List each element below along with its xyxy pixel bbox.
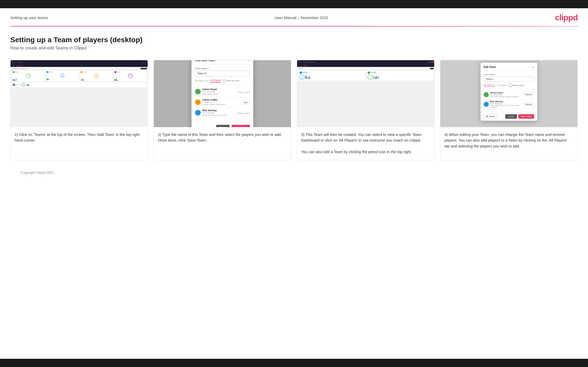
cards-row: Home My Portfolio Add Team Teams My Perf… — [10, 60, 578, 160]
header-section-label: Setting up your teams — [10, 15, 48, 20]
modal-player-avatar-2: AC — [195, 99, 201, 105]
card-3-screenshot: clippd Home Teams My Performance — [297, 60, 434, 127]
header-manual-title: User Manual – November 2022 — [275, 15, 328, 20]
modal-add-player-2-button[interactable]: Add — [241, 100, 250, 105]
card-2: Add New Team × Team Name * My Team (2) A… — [154, 60, 291, 160]
modal-filter-by-name: Filter by name — [223, 80, 239, 82]
ss3-player-2: Richard Butler 5 Handicap · The Club 72 — [366, 70, 433, 81]
ss1-player-3: Dave Billingham 5.6 Handicap 194 — [80, 70, 113, 82]
edit-delete-button[interactable]: 🗑 Delete — [484, 114, 497, 119]
edit-remove-player-2-button[interactable]: Remove — [523, 103, 534, 106]
modal-cancel-button[interactable]: Cancel — [216, 125, 230, 127]
card-4: Edit Team × Team Name * My Team (2) All … — [440, 60, 578, 160]
modal-tabs: My Team (2) All Players Filter by name — [195, 79, 250, 84]
edit-modal-tabs: My Team (2) All Players Filter by name — [484, 84, 534, 89]
modal-save-button[interactable]: Save Team — [232, 125, 250, 127]
header-logo: clippd — [555, 13, 578, 22]
card-3-text: 3) This Team will then be created. You c… — [297, 127, 434, 160]
modal-player-avatar-3: BM — [195, 110, 201, 116]
ss1-player-4: Dave Billingham 5 Handicap 78 — [114, 70, 147, 82]
edit-player-avatar-1: AP — [484, 92, 489, 97]
modal-tab-all-players[interactable]: All Players — [210, 79, 221, 83]
page-subtitle: How to create and edit Teams in Clippd — [10, 46, 578, 51]
edit-player-avatar-2: BM — [484, 102, 489, 107]
modal-body: Team Name * My Team (2) All Players Filt… — [191, 65, 253, 123]
card-1: Home My Portfolio Add Team Teams My Perf… — [10, 60, 148, 160]
edit-modal-filter: Filter by name — [509, 84, 524, 87]
card-4-text: 4) When editing your Team, you can chang… — [440, 127, 577, 160]
edit-modal-tab-my-team[interactable]: My Team (2) — [484, 84, 495, 87]
page-content: Setting up a Team of players (desktop) H… — [0, 27, 588, 189]
copyright: Copyright Clippd 2021 — [21, 171, 54, 174]
edit-modal-team-name-label: Team Name * — [484, 73, 534, 76]
card-2-screenshot: Add New Team × Team Name * My Team (2) A… — [154, 60, 291, 127]
modal-player-name-1: Adrian Player — [202, 88, 236, 91]
bottom-bar — [0, 359, 588, 367]
modal-player-name-4: Dave Billingham — [202, 120, 240, 120]
edit-modal-body: Team Name * My Team (2) All Players Filt… — [481, 71, 537, 112]
card-1-screenshot: Home My Portfolio Add Team Teams My Perf… — [11, 60, 148, 127]
modal-player-name-2: Adrian Coliba — [202, 99, 240, 101]
modal-player-list: AP Adrian Player Plus Handicap The Shine… — [195, 86, 250, 120]
edit-player-item-2: BM Blair McHarg Plus Handicap Royal Nort… — [484, 99, 534, 110]
edit-modal-footer: 🗑 Delete Cancel Save Team — [481, 112, 537, 121]
edit-modal-team-name-input[interactable] — [484, 76, 534, 82]
modal-header: Add New Team × — [191, 60, 253, 65]
modal-footer: Cancel Save Team — [191, 123, 253, 127]
edit-remove-player-1-button[interactable]: Remove — [523, 93, 534, 96]
modal-player-avatar-1: AP — [195, 89, 201, 94]
modal-player-item-2: AC Adrian Coliba 1 Handicap Central Lond… — [195, 97, 250, 108]
card-1-text: 1) Click on 'Teams' at the top of the sc… — [11, 127, 148, 160]
ss1-player-1: Adrian Collins Plus Handicap 84 — [12, 70, 45, 82]
edit-modal-title: Edit Team — [484, 66, 496, 68]
modal-tab-my-team[interactable]: My Team (2) — [195, 80, 208, 82]
ss1-player-5: Richard Butler 5 Handicap 72 — [12, 82, 147, 88]
modal-player-item-1: AP Adrian Player Plus Handicap The Shine… — [195, 86, 250, 97]
footer: Copyright Clippd 2021 — [10, 169, 578, 179]
card-3: clippd Home Teams My Performance — [297, 60, 434, 160]
card-2-text: 2) Type the name of this Team and then s… — [154, 127, 291, 160]
page-title: Setting up a Team of players (desktop) — [10, 36, 578, 44]
edit-modal-tab-all-players[interactable]: All Players — [497, 84, 507, 86]
edit-save-button[interactable]: Save Team — [518, 114, 534, 119]
edit-player-item-1: AP Adrian Player Plus Handicap The Shine… — [484, 90, 534, 99]
modal-player-item-4: DB Dave Billingham 5.6 Handicap The Oxg … — [195, 118, 250, 120]
ss1-player-2: Blair McHarg Plus Handicap 0 — [46, 70, 79, 82]
modal-player-name-3: Blair McHarg — [202, 109, 236, 112]
card-4-screenshot: Edit Team × Team Name * My Team (2) All … — [440, 60, 577, 127]
edit-cancel-button[interactable]: Cancel — [505, 114, 517, 119]
modal-team-name-label: Team Name * — [195, 67, 250, 70]
ss3-player-1: Blair McHarg Plus Handicap · Royal North… — [298, 70, 365, 81]
clippd-logo: clippd — [555, 13, 578, 22]
modal-team-name-input[interactable] — [195, 71, 250, 76]
edit-team-modal: Edit Team × Team Name * My Team (2) All … — [481, 63, 537, 121]
modal-close-icon[interactable]: × — [248, 60, 250, 62]
add-team-modal: Add New Team × Team Name * My Team (2) A… — [191, 60, 253, 127]
modal-player-item-3: BM Blair McHarg Plus Handicap Royal Nort… — [195, 108, 250, 118]
edit-player-list: AP Adrian Player Plus Handicap The Shine… — [484, 90, 534, 110]
nav-logo-dot — [12, 62, 13, 63]
edit-modal-header: Edit Team × — [481, 63, 537, 71]
modal-title: Add New Team — [195, 60, 215, 62]
edit-modal-close-icon[interactable]: × — [532, 65, 534, 69]
header: Setting up your teams User Manual – Nove… — [0, 8, 588, 26]
top-bar — [0, 0, 588, 8]
trash-icon: 🗑 — [486, 115, 488, 118]
